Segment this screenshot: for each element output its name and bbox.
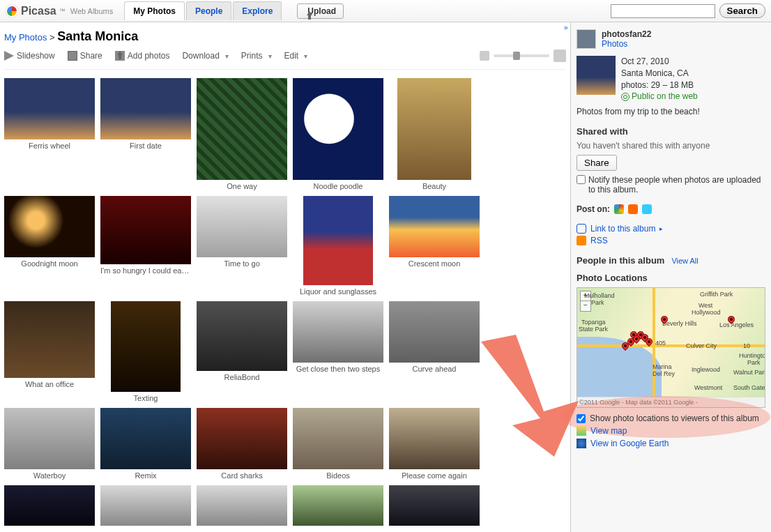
photo-thumb[interactable] [4,301,95,378]
photo-cell[interactable]: ReliaBond [197,301,287,402]
upload-button[interactable]: Upload [297,3,344,19]
photo-thumb[interactable] [4,196,95,257]
notify-checkbox[interactable] [577,175,586,184]
edit-dropdown[interactable]: Edit [284,51,308,61]
prints-dropdown[interactable]: Prints [241,51,272,61]
slider-track[interactable] [494,54,549,57]
rss-link[interactable]: RSS [590,236,608,245]
picasa-logo[interactable]: Picasa™ Web Albums [6,5,113,17]
slideshow-button[interactable]: Slideshow [4,51,55,61]
avatar[interactable] [577,29,596,49]
trademark: ™ [59,8,66,15]
photo-thumb[interactable] [197,408,287,469]
photo-caption: Beauty [389,180,480,190]
photo-thumb[interactable] [100,196,191,264]
photo-cell[interactable] [197,485,287,528]
photo-cell[interactable]: Waterboy [4,408,95,480]
photo-cell[interactable]: Crescent moon [389,196,480,296]
post-on-row: Post on: [577,204,765,214]
small-thumb-icon [480,51,489,61]
photo-thumb[interactable] [197,301,287,371]
search-input[interactable] [611,4,715,18]
photo-thumb[interactable] [4,78,95,139]
album-meta-row: Oct 27, 2010 Santa Monica, CA photos: 29… [577,56,765,102]
photo-thumb[interactable] [389,301,480,363]
share-button[interactable]: Share [68,51,102,61]
breadcrumb-sep: > [49,32,55,43]
photo-cell[interactable]: Goodnight moon [4,196,95,296]
map-label: Los Angeles [719,321,754,328]
photo-cell[interactable]: Please come again [389,408,480,480]
photo-thumb[interactable] [293,408,383,469]
photo-thumb[interactable] [100,485,191,526]
photo-cell[interactable]: Ferris wheel [4,78,95,190]
photo-thumb[interactable] [4,408,95,469]
download-dropdown[interactable]: Download [182,51,228,61]
blogger-icon[interactable] [628,204,638,214]
photo-thumb[interactable] [293,485,383,526]
photo-thumb[interactable] [293,301,383,363]
photo-thumb[interactable] [293,78,383,180]
photo-thumb[interactable] [100,408,191,469]
add-photos-button[interactable]: Add photos [115,51,170,61]
photo-thumb[interactable] [397,78,471,180]
map-label: Griffith Park [700,291,733,298]
photo-cell[interactable]: Beauty [389,78,480,190]
people-view-all[interactable]: View All [671,257,698,265]
photo-cell[interactable]: Card sharks [197,408,287,480]
map-label: State Park [579,326,608,333]
show-locations-checkbox[interactable] [577,414,586,423]
photo-cell[interactable]: First date [100,78,191,190]
photo-cell[interactable]: Bideos [293,408,383,480]
photo-thumb[interactable] [111,301,181,392]
link-to-album[interactable]: Link to this album [590,224,655,234]
album-cover-thumb[interactable] [577,56,616,95]
people-heading: People in this album [577,255,664,266]
photo-cell[interactable]: Texting [100,301,191,402]
photo-cell[interactable]: What an office [4,301,95,402]
breadcrumb-root[interactable]: My Photos [4,32,47,43]
photo-locations-map[interactable]: +− MulhollandParkGriffith ParkWestHollyw… [577,288,765,397]
twitter-icon[interactable] [642,204,652,214]
search-button[interactable]: Search [719,3,765,18]
tab-explore[interactable]: Explore [233,1,282,20]
photo-cell[interactable]: I'm so hungry I could eat at [100,196,191,296]
photo-thumb[interactable] [197,78,287,180]
photo-cell[interactable]: Remix [100,408,191,480]
view-map-link[interactable]: View map [590,426,627,436]
view-earth-link[interactable]: View in Google Earth [590,439,669,448]
photo-thumb[interactable] [197,196,287,257]
photo-thumb[interactable] [389,196,480,257]
photo-cell[interactable] [100,485,191,528]
share-album-button[interactable]: Share [577,155,617,171]
buzz-icon[interactable] [614,204,624,214]
photo-thumb[interactable] [303,196,373,285]
album-location: Santa Monica, CA [621,68,698,79]
photo-thumb[interactable] [100,78,191,139]
photo-thumb[interactable] [389,408,480,469]
content-area: My Photos > Santa Monica Slideshow Share… [0,22,570,532]
tab-my-photos[interactable]: My Photos [124,1,185,20]
photo-thumb[interactable] [389,485,480,526]
photo-cell[interactable] [4,485,95,528]
photo-cell[interactable] [293,485,383,528]
slider-thumb[interactable] [513,52,520,60]
photo-cell[interactable]: Get close then two steps [293,301,383,402]
owner-photos-link[interactable]: Photos [602,39,627,49]
thumbnail-size-slider[interactable] [480,50,566,62]
photo-cell[interactable]: Curve ahead [389,301,480,402]
photo-cell[interactable]: Time to go [197,196,287,296]
search-area: Search [611,3,765,18]
photo-caption [389,526,480,528]
map-label: Marina [652,363,672,370]
photo-cell[interactable]: Noodle poodle [293,78,383,190]
page-title: Santa Monica [57,29,138,43]
photo-cell[interactable]: Liquor and sunglasses [293,196,383,296]
photo-thumb[interactable] [197,485,287,526]
photo-cell[interactable]: One way [197,78,287,190]
sidebar-collapse-icon[interactable]: » [564,24,568,31]
map-zoom-out[interactable]: − [581,301,590,311]
photo-cell[interactable] [389,485,480,528]
tab-people[interactable]: People [186,1,231,20]
photo-thumb[interactable] [4,485,95,526]
